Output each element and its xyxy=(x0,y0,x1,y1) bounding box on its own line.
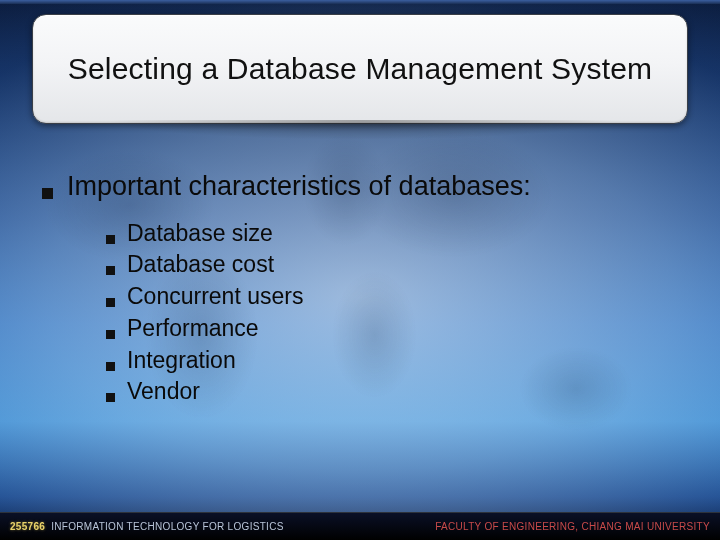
title-plate: Selecting a Database Management System xyxy=(32,14,688,124)
square-bullet-icon xyxy=(106,393,115,402)
sub-point-text: Database size xyxy=(127,218,273,250)
sub-point-text: Performance xyxy=(127,313,259,345)
square-bullet-icon xyxy=(106,235,115,244)
content-area: Important characteristics of databases: … xyxy=(42,170,678,408)
list-item: Database size xyxy=(106,218,678,250)
course-name: INFORMATION TECHNOLOGY FOR LOGISTICS xyxy=(51,521,284,532)
title-shadow xyxy=(32,120,688,148)
square-bullet-icon xyxy=(106,362,115,371)
sub-point-text: Integration xyxy=(127,345,236,377)
square-bullet-icon xyxy=(106,330,115,339)
top-border-strip xyxy=(0,0,720,4)
slide-title: Selecting a Database Management System xyxy=(68,52,653,86)
footer-bar: 255766 INFORMATION TECHNOLOGY FOR LOGIST… xyxy=(0,512,720,540)
sub-point-text: Concurrent users xyxy=(127,281,303,313)
square-bullet-icon xyxy=(106,266,115,275)
square-bullet-icon xyxy=(106,298,115,307)
list-item: Database cost xyxy=(106,249,678,281)
sub-point-text: Database cost xyxy=(127,249,274,281)
course-code: 255766 xyxy=(10,521,45,532)
list-item: Performance xyxy=(106,313,678,345)
list-item: Integration xyxy=(106,345,678,377)
sub-point-text: Vendor xyxy=(127,376,200,408)
square-bullet-icon xyxy=(42,188,53,199)
list-item: Concurrent users xyxy=(106,281,678,313)
main-point-text: Important characteristics of databases: xyxy=(67,170,531,204)
footer-affiliation: FACULTY OF ENGINEERING, CHIANG MAI UNIVE… xyxy=(435,521,710,532)
footer-left: 255766 INFORMATION TECHNOLOGY FOR LOGIST… xyxy=(10,521,284,532)
list-item: Vendor xyxy=(106,376,678,408)
bullet-level1: Important characteristics of databases: xyxy=(42,170,678,204)
sub-bullet-list: Database size Database cost Concurrent u… xyxy=(106,218,678,408)
